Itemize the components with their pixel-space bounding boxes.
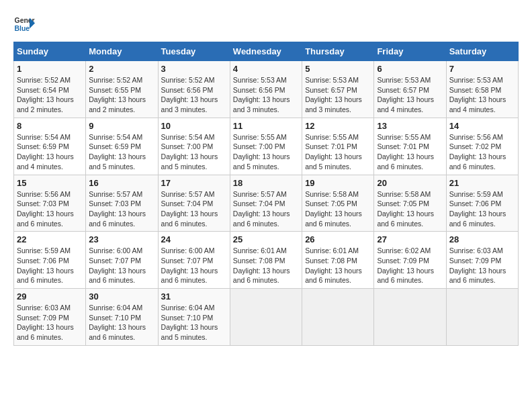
weekday-header-saturday: Saturday <box>446 42 518 61</box>
day-info: Sunrise: 5:58 AMSunset: 7:05 PMDaylight:… <box>377 190 434 228</box>
day-info: Sunrise: 5:54 AMSunset: 6:59 PMDaylight:… <box>17 133 74 171</box>
day-number: 28 <box>449 234 515 244</box>
calendar-week-1: 1 Sunrise: 5:52 AMSunset: 6:54 PMDayligh… <box>14 61 519 118</box>
calendar-cell: 24 Sunrise: 6:00 AMSunset: 7:07 PMDaylig… <box>158 232 230 289</box>
day-number: 14 <box>449 121 515 131</box>
day-number: 30 <box>89 291 154 302</box>
calendar-body: 1 Sunrise: 5:52 AMSunset: 6:54 PMDayligh… <box>14 61 519 346</box>
day-info: Sunrise: 5:57 AMSunset: 7:04 PMDaylight:… <box>233 190 290 228</box>
day-number: 26 <box>305 234 371 244</box>
day-info: Sunrise: 6:00 AMSunset: 7:07 PMDaylight:… <box>161 246 218 284</box>
calendar-cell: 7 Sunrise: 5:53 AMSunset: 6:58 PMDayligh… <box>446 61 518 118</box>
calendar-cell: 23 Sunrise: 6:00 AMSunset: 7:07 PMDaylig… <box>86 232 158 289</box>
day-number: 19 <box>305 178 371 188</box>
calendar-week-4: 22 Sunrise: 5:59 AMSunset: 7:06 PMDaylig… <box>14 232 519 289</box>
day-info: Sunrise: 5:54 AMSunset: 7:00 PMDaylight:… <box>161 133 218 171</box>
calendar-cell: 15 Sunrise: 5:56 AMSunset: 7:03 PMDaylig… <box>14 175 86 232</box>
calendar-cell: 26 Sunrise: 6:01 AMSunset: 7:08 PMDaylig… <box>302 232 374 289</box>
calendar-cell: 17 Sunrise: 5:57 AMSunset: 7:04 PMDaylig… <box>158 175 230 232</box>
day-number: 8 <box>17 121 83 131</box>
day-info: Sunrise: 5:55 AMSunset: 7:01 PMDaylight:… <box>377 133 434 171</box>
day-info: Sunrise: 6:04 AMSunset: 7:10 PMDaylight:… <box>161 304 218 341</box>
day-number: 11 <box>233 121 299 131</box>
day-number: 15 <box>17 178 83 188</box>
calendar-cell: 25 Sunrise: 6:01 AMSunset: 7:08 PMDaylig… <box>230 232 302 289</box>
calendar-table: SundayMondayTuesdayWednesdayThursdayFrid… <box>13 42 519 346</box>
weekday-header-row: SundayMondayTuesdayWednesdayThursdayFrid… <box>14 42 519 61</box>
calendar-cell: 3 Sunrise: 5:52 AMSunset: 6:56 PMDayligh… <box>158 61 230 118</box>
calendar-cell: 18 Sunrise: 5:57 AMSunset: 7:04 PMDaylig… <box>230 175 302 232</box>
calendar-header: SundayMondayTuesdayWednesdayThursdayFrid… <box>14 42 519 61</box>
calendar-cell: 11 Sunrise: 5:55 AMSunset: 7:00 PMDaylig… <box>230 118 302 175</box>
calendar-cell <box>446 289 518 346</box>
day-number: 7 <box>449 64 515 74</box>
calendar-cell: 29 Sunrise: 6:03 AMSunset: 7:09 PMDaylig… <box>14 289 86 346</box>
day-number: 9 <box>89 121 154 131</box>
calendar-cell <box>374 289 446 346</box>
calendar-cell: 27 Sunrise: 6:02 AMSunset: 7:09 PMDaylig… <box>374 232 446 289</box>
day-info: Sunrise: 5:52 AMSunset: 6:54 PMDaylight:… <box>17 76 74 113</box>
day-number: 6 <box>377 64 443 74</box>
calendar-week-5: 29 Sunrise: 6:03 AMSunset: 7:09 PMDaylig… <box>14 289 519 346</box>
day-info: Sunrise: 5:57 AMSunset: 7:04 PMDaylight:… <box>161 190 218 228</box>
calendar-cell: 13 Sunrise: 5:55 AMSunset: 7:01 PMDaylig… <box>374 118 446 175</box>
day-number: 20 <box>377 178 443 188</box>
weekday-header-monday: Monday <box>86 42 158 61</box>
day-info: Sunrise: 5:54 AMSunset: 6:59 PMDaylight:… <box>89 133 146 171</box>
day-number: 29 <box>17 291 83 302</box>
day-number: 27 <box>377 234 443 244</box>
svg-text:Blue: Blue <box>15 25 30 32</box>
calendar-cell: 20 Sunrise: 5:58 AMSunset: 7:05 PMDaylig… <box>374 175 446 232</box>
day-info: Sunrise: 5:56 AMSunset: 7:03 PMDaylight:… <box>17 190 74 228</box>
day-info: Sunrise: 6:04 AMSunset: 7:10 PMDaylight:… <box>89 304 146 341</box>
calendar-cell: 8 Sunrise: 5:54 AMSunset: 6:59 PMDayligh… <box>14 118 86 175</box>
day-number: 24 <box>161 234 227 244</box>
day-info: Sunrise: 6:03 AMSunset: 7:09 PMDaylight:… <box>449 246 506 284</box>
day-number: 3 <box>161 64 227 74</box>
day-number: 22 <box>17 234 83 244</box>
weekday-header-wednesday: Wednesday <box>230 42 302 61</box>
calendar-week-3: 15 Sunrise: 5:56 AMSunset: 7:03 PMDaylig… <box>14 175 519 232</box>
day-info: Sunrise: 5:52 AMSunset: 6:56 PMDaylight:… <box>161 76 218 113</box>
day-number: 4 <box>233 64 299 74</box>
day-info: Sunrise: 6:03 AMSunset: 7:09 PMDaylight:… <box>17 304 74 341</box>
calendar-cell <box>230 289 302 346</box>
calendar-cell: 28 Sunrise: 6:03 AMSunset: 7:09 PMDaylig… <box>446 232 518 289</box>
weekday-header-thursday: Thursday <box>302 42 374 61</box>
day-info: Sunrise: 6:01 AMSunset: 7:08 PMDaylight:… <box>305 246 362 284</box>
calendar-cell: 30 Sunrise: 6:04 AMSunset: 7:10 PMDaylig… <box>86 289 158 346</box>
calendar-cell: 10 Sunrise: 5:54 AMSunset: 7:00 PMDaylig… <box>158 118 230 175</box>
weekday-header-friday: Friday <box>374 42 446 61</box>
day-info: Sunrise: 5:59 AMSunset: 7:06 PMDaylight:… <box>449 190 506 228</box>
calendar-cell: 6 Sunrise: 5:53 AMSunset: 6:57 PMDayligh… <box>374 61 446 118</box>
logo-icon: General Blue <box>13 13 35 35</box>
calendar-cell: 1 Sunrise: 5:52 AMSunset: 6:54 PMDayligh… <box>14 61 86 118</box>
day-number: 12 <box>305 121 371 131</box>
logo: General Blue <box>13 13 35 35</box>
day-number: 31 <box>161 291 227 302</box>
day-info: Sunrise: 5:56 AMSunset: 7:02 PMDaylight:… <box>449 133 506 171</box>
day-info: Sunrise: 5:53 AMSunset: 6:57 PMDaylight:… <box>305 76 362 113</box>
day-number: 18 <box>233 178 299 188</box>
calendar-cell: 31 Sunrise: 6:04 AMSunset: 7:10 PMDaylig… <box>158 289 230 346</box>
day-number: 21 <box>449 178 515 188</box>
day-number: 25 <box>233 234 299 244</box>
day-number: 2 <box>89 64 154 74</box>
calendar-cell: 16 Sunrise: 5:57 AMSunset: 7:03 PMDaylig… <box>86 175 158 232</box>
calendar-cell: 12 Sunrise: 5:55 AMSunset: 7:01 PMDaylig… <box>302 118 374 175</box>
day-info: Sunrise: 5:55 AMSunset: 7:00 PMDaylight:… <box>233 133 290 171</box>
day-info: Sunrise: 5:59 AMSunset: 7:06 PMDaylight:… <box>17 246 74 284</box>
day-info: Sunrise: 5:52 AMSunset: 6:55 PMDaylight:… <box>89 76 146 113</box>
day-info: Sunrise: 5:53 AMSunset: 6:57 PMDaylight:… <box>377 76 434 113</box>
day-info: Sunrise: 5:53 AMSunset: 6:58 PMDaylight:… <box>449 76 506 113</box>
day-info: Sunrise: 6:02 AMSunset: 7:09 PMDaylight:… <box>377 246 434 284</box>
day-number: 13 <box>377 121 443 131</box>
calendar-cell: 2 Sunrise: 5:52 AMSunset: 6:55 PMDayligh… <box>86 61 158 118</box>
page-header: General Blue <box>13 13 519 35</box>
day-info: Sunrise: 5:58 AMSunset: 7:05 PMDaylight:… <box>305 190 362 228</box>
weekday-header-sunday: Sunday <box>14 42 86 61</box>
day-number: 1 <box>17 64 83 74</box>
calendar-cell: 14 Sunrise: 5:56 AMSunset: 7:02 PMDaylig… <box>446 118 518 175</box>
calendar-cell: 9 Sunrise: 5:54 AMSunset: 6:59 PMDayligh… <box>86 118 158 175</box>
calendar-cell: 21 Sunrise: 5:59 AMSunset: 7:06 PMDaylig… <box>446 175 518 232</box>
